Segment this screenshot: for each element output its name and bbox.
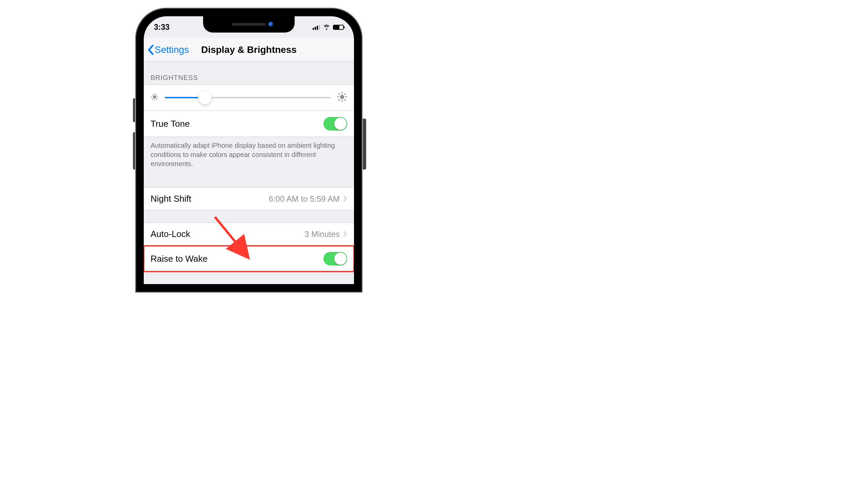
cellular-signal-icon	[313, 25, 320, 30]
svg-line-16	[339, 100, 340, 101]
night-shift-label: Night Shift	[150, 194, 191, 204]
night-shift-value: 6:00 AM to 5:59 AM	[269, 194, 340, 204]
true-tone-row: True Tone	[144, 110, 354, 137]
section-header-brightness: BRIGHTNESS	[144, 62, 354, 84]
brightness-slider[interactable]	[165, 91, 331, 105]
status-time: 3:33	[154, 23, 170, 32]
svg-line-5	[152, 95, 153, 95]
svg-line-7	[152, 99, 153, 100]
auto-lock-label: Auto-Lock	[150, 229, 190, 239]
chevron-right-icon	[343, 194, 347, 204]
page-title: Display & Brightness	[201, 45, 297, 55]
true-tone-label: True Tone	[150, 119, 190, 129]
svg-line-17	[345, 94, 346, 95]
raise-to-wake-label: Raise to Wake	[150, 254, 208, 264]
svg-point-9	[340, 95, 344, 99]
brightness-slider-row	[144, 84, 354, 111]
svg-point-0	[153, 95, 156, 99]
brightness-low-icon	[150, 93, 159, 102]
svg-line-14	[339, 94, 340, 95]
svg-line-15	[345, 100, 346, 101]
svg-line-6	[157, 99, 157, 100]
raise-to-wake-row: Raise to Wake	[144, 245, 354, 272]
chevron-left-icon	[147, 45, 154, 55]
auto-lock-row[interactable]: Auto-Lock 3 Minutes	[144, 222, 354, 246]
back-button[interactable]: Settings	[144, 45, 189, 55]
status-bar: 3:33	[144, 20, 354, 35]
wifi-icon	[323, 24, 330, 30]
brightness-high-icon	[337, 92, 347, 104]
svg-line-8	[157, 95, 157, 95]
true-tone-footer: Automatically adapt iPhone display based…	[144, 137, 354, 175]
true-tone-switch[interactable]	[323, 117, 347, 131]
phone-frame: 3:33 Settings Display & Br	[136, 8, 362, 292]
chevron-right-icon	[343, 230, 347, 239]
auto-lock-value: 3 Minutes	[305, 230, 340, 239]
raise-to-wake-switch[interactable]	[323, 252, 347, 265]
back-label: Settings	[155, 45, 189, 55]
phone-screen: 3:33 Settings Display & Br	[144, 16, 354, 284]
battery-icon	[333, 25, 344, 30]
navigation-bar: Settings Display & Brightness	[144, 38, 354, 62]
night-shift-row[interactable]: Night Shift 6:00 AM to 5:59 AM	[144, 187, 354, 210]
settings-content: BRIGHTNESS	[144, 62, 354, 284]
